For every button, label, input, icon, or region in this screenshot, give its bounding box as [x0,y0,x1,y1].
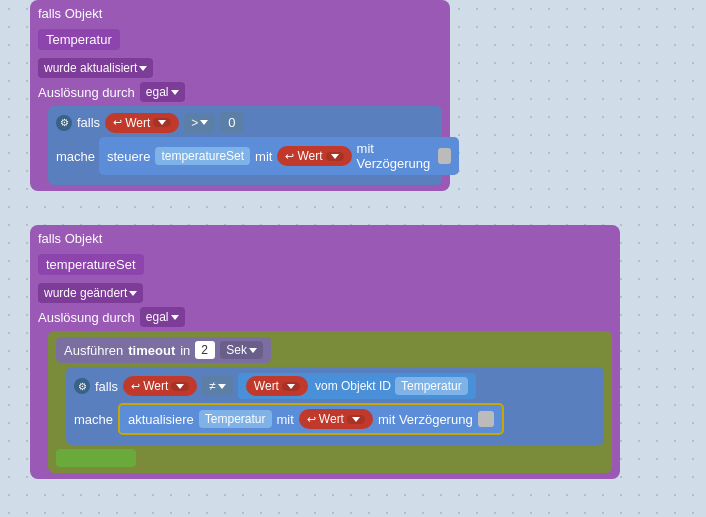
section1-block: falls Objekt Temperatur wurde aktualisie… [30,0,450,191]
wert1-caret-icon [158,120,166,125]
sek-caret-icon [249,348,257,353]
neq-caret-icon [218,384,226,389]
wert2-caret-icon [331,154,339,159]
section1-trigger-dropdown[interactable]: wurde aktualisiert [38,58,153,78]
section2-wert3-block: ↩ Wert [299,409,373,429]
section2-ausfuhren-row: Ausführen timeout in 2 Sek [56,337,604,363]
section2-ausloesung-text: Auslösung durch [38,310,135,325]
section1-header-row: falls Objekt [38,6,442,25]
section1-toggle[interactable] [438,148,451,164]
arrow-left-icon: ↩ [113,116,122,129]
section1-trigger-row: wurde aktualisiert [38,58,442,78]
section1-falls-text: falls [77,115,100,130]
s2-wert1-dropdown[interactable] [171,382,189,391]
section2-ausloesung-row: Auslösung durch egal [38,307,612,327]
section1-label: Temperatur [38,29,120,50]
section2-falls-row: ⚙ falls ↩ Wert ≠ Wert [74,373,596,399]
s2-wert1-caret-icon [176,384,184,389]
s2-wert2-dropdown[interactable] [282,382,300,391]
ausloesung2-caret-icon [171,315,179,320]
section2-trigger-dropdown[interactable]: wurde geändert [38,283,143,303]
section1-falls-container: ⚙ falls ↩ Wert > 0 mache [48,106,442,185]
section1-label-row: Temperatur [38,29,442,54]
section2-aktualisiere-block: aktualisiere Temperatur mit ↩ Wert mit V… [118,403,504,435]
section1-falls-row: ⚙ falls ↩ Wert > 0 [56,112,434,133]
section1-op-block[interactable]: > [184,113,215,133]
ausfuhren-block: Ausführen timeout in 2 Sek [56,337,271,363]
section1-ausloesung-row: Auslösung durch egal [38,82,442,102]
wert2-dropdown[interactable] [326,152,344,161]
section2-label: temperatureSet [38,254,144,275]
section1-ausloesung-text: Auslösung durch [38,85,135,100]
section1-wert2-block: ↩ Wert [277,146,351,166]
trigger-caret-icon [139,66,147,71]
arrow-left-icon-2: ↩ [285,150,294,163]
section2-temperatur: Temperatur [395,377,468,395]
section1-mache-row: mache steuere temperatureSet mit ↩ Wert … [56,137,434,175]
section1-header: falls Objekt [38,6,102,21]
timeout-num[interactable]: 2 [195,341,215,359]
section2-neq-block[interactable]: ≠ [202,376,233,396]
section2-falls-container: ⚙ falls ↩ Wert ≠ Wert [66,367,604,445]
section2-toggle[interactable] [478,411,494,427]
section2-falls-text: falls [95,379,118,394]
section1-num-block: 0 [220,112,243,133]
trigger2-caret-icon [129,291,137,296]
section1-ausloesung-dropdown[interactable]: egal [140,82,185,102]
arrow-left-icon-3: ↩ [131,380,140,393]
section1-steuere-block: steuere temperatureSet mit ↩ Wert mit Ve… [99,137,459,175]
section2-bottom-bar [56,449,136,467]
s2-wert3-dropdown[interactable] [347,415,365,424]
ausloesung-caret-icon [171,90,179,95]
s2-wert2-caret-icon [287,384,295,389]
arrow-left-icon-4: ↩ [307,413,316,426]
gear-icon-2[interactable]: ⚙ [74,378,90,394]
op-caret-icon [200,120,208,125]
vom-objekt-block: Wert vom Objekt ID Temperatur [238,373,476,399]
timeout-text: timeout [128,343,175,358]
sek-block[interactable]: Sek [220,341,263,359]
section2-trigger-row: wurde geändert [38,283,612,303]
section2-wert1-block: ↩ Wert [123,376,197,396]
wert1-dropdown[interactable] [153,118,171,127]
gear-icon-1[interactable]: ⚙ [56,115,72,131]
section2-label-row: temperatureSet [38,254,612,279]
section2-ausloesung-dropdown[interactable]: egal [140,307,185,327]
section1-temperatureSet: temperatureSet [155,147,250,165]
section2-header: falls Objekt [38,231,102,246]
section2-mache-row: mache aktualisiere Temperatur mit ↩ Wert… [74,403,596,435]
section2-temperatur2: Temperatur [199,410,272,428]
s2-wert3-caret-icon [352,417,360,422]
section2-header-row: falls Objekt [38,231,612,250]
section2-wert2-block-inner: Wert [246,376,308,396]
section1-wert1-block: ↩ Wert [105,113,179,133]
section2-block: falls Objekt temperatureSet wurde geände… [30,225,620,479]
section2-inner-container: Ausführen timeout in 2 Sek ⚙ falls ↩ Wer… [48,331,612,473]
